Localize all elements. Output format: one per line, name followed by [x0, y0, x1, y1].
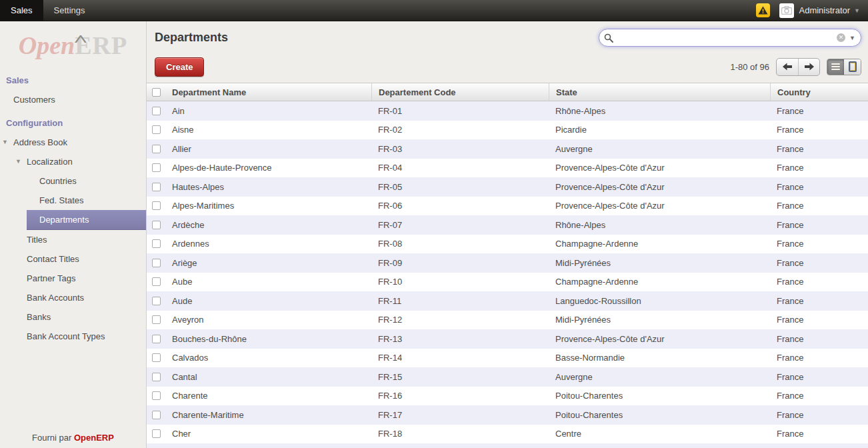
- table-row[interactable]: AinFR-01Rhône-AlpesFrance: [147, 101, 868, 121]
- sidebar-item-customers[interactable]: Customers: [0, 90, 146, 109]
- table-row[interactable]: CharenteFR-16Poitou-CharentesFrance: [147, 387, 868, 406]
- cell-code: FR-02: [371, 125, 549, 135]
- tree-expand-caret-icon[interactable]: ▼: [15, 158, 21, 165]
- table-row[interactable]: CalvadosFR-14Basse-NormandieFrance: [147, 349, 868, 368]
- top-menu-settings[interactable]: Settings: [43, 0, 96, 21]
- row-checkbox[interactable]: [152, 163, 161, 172]
- table-row[interactable]: AisneFR-02PicardieFrance: [147, 121, 868, 140]
- sidebar-item-bank-account-types[interactable]: Bank Account Types: [0, 327, 146, 346]
- column-header-name[interactable]: Department Name: [165, 83, 371, 101]
- cell-country: France: [770, 163, 868, 173]
- table-row[interactable]: Bouches-du-RhôneFR-13Provence-Alpes-Côte…: [147, 329, 868, 349]
- row-checkbox[interactable]: [152, 107, 161, 115]
- row-checkbox[interactable]: [152, 315, 161, 324]
- cell-country: France: [770, 429, 868, 439]
- table-row[interactable]: AllierFR-03AuvergneFrance: [147, 139, 868, 159]
- app-layout: ^ OpenERP SalesCustomersConfiguration▼Ad…: [0, 21, 868, 448]
- table-row[interactable]: Hautes-AlpesFR-05Provence-Alpes-Côte d'A…: [147, 177, 868, 197]
- sidebar-item-label: Partner Tags: [27, 273, 75, 283]
- search-box[interactable]: ✕ ▼: [599, 29, 861, 47]
- row-checkbox[interactable]: [152, 411, 161, 419]
- sidebar-item-countries[interactable]: Countries: [0, 171, 146, 191]
- logo-ant-icon: ^: [73, 27, 88, 53]
- cell-state: Provence-Alpes-Côte d'Azur: [549, 163, 770, 173]
- cell-name: Charente: [165, 391, 371, 401]
- row-checkbox[interactable]: [152, 391, 161, 400]
- openerp-brand-link[interactable]: OpenERP: [74, 433, 114, 443]
- cell-name: Calvados: [165, 353, 371, 363]
- sidebar-item-banks[interactable]: Banks: [0, 307, 146, 327]
- table-row[interactable]: CantalFR-15AuvergneFrance: [147, 367, 868, 387]
- pager-previous-button[interactable]: [777, 59, 798, 75]
- row-checkbox-cell: [147, 425, 165, 444]
- table-row[interactable]: ArdennesFR-08Champagne-ArdenneFrance: [147, 235, 868, 254]
- row-checkbox[interactable]: [152, 145, 161, 153]
- row-checkbox[interactable]: [152, 221, 161, 229]
- row-checkbox-cell: [147, 215, 165, 235]
- cell-country: France: [770, 144, 868, 154]
- column-header-state[interactable]: State: [549, 83, 770, 101]
- cell-code: FR-08: [371, 239, 549, 249]
- create-button[interactable]: Create: [155, 57, 204, 77]
- cell-state: Midi-Pyrénées: [549, 315, 770, 325]
- sidebar-item-label: Contact Titles: [27, 254, 79, 264]
- sidebar-item-contact-titles[interactable]: Contact Titles: [0, 249, 146, 269]
- row-checkbox[interactable]: [152, 429, 161, 438]
- pager-next-button[interactable]: [798, 59, 819, 75]
- row-checkbox[interactable]: [152, 373, 161, 381]
- row-checkbox[interactable]: [152, 125, 161, 134]
- form-view-button[interactable]: [844, 59, 861, 75]
- table-row[interactable]: Alpes-MaritimesFR-06Provence-Alpes-Côte …: [147, 197, 868, 216]
- cell-country: France: [770, 106, 868, 116]
- search-input[interactable]: [616, 31, 837, 45]
- table-row[interactable]: CherFR-18CentreFrance: [147, 425, 868, 444]
- sidebar-item-localization[interactable]: ▼Localization: [0, 152, 146, 171]
- row-checkbox-cell: [147, 121, 165, 140]
- row-checkbox[interactable]: [152, 183, 161, 191]
- column-header-country[interactable]: Country: [770, 83, 868, 101]
- column-header-code[interactable]: Departement Code: [371, 83, 549, 101]
- sidebar-item-fed-states[interactable]: Fed. States: [0, 191, 146, 210]
- row-checkbox[interactable]: [152, 335, 161, 343]
- warning-triangle-icon: [758, 6, 768, 15]
- sidebar-item-titles[interactable]: Titles: [0, 230, 146, 249]
- tree-expand-caret-icon[interactable]: ▼: [2, 139, 8, 145]
- warning-button[interactable]: [756, 3, 770, 17]
- sidebar-item-departments[interactable]: Departments: [27, 210, 146, 230]
- clear-search-icon[interactable]: ✕: [837, 33, 845, 42]
- arrow-right-icon: [804, 63, 815, 71]
- list-view-button[interactable]: [827, 59, 844, 75]
- sidebar-item-partner-tags[interactable]: Partner Tags: [0, 269, 146, 288]
- cell-state: Auvergne: [549, 144, 770, 154]
- table-row[interactable]: AudeFR-11Languedoc-RoussillonFrance: [147, 291, 868, 311]
- cell-code: FR-10: [371, 277, 549, 287]
- row-checkbox-cell: [147, 197, 165, 216]
- row-checkbox[interactable]: [152, 259, 161, 267]
- user-avatar[interactable]: [779, 3, 794, 18]
- top-menu-sales[interactable]: Sales: [0, 0, 43, 21]
- table-row[interactable]: AubeFR-10Champagne-ArdenneFrance: [147, 273, 868, 292]
- select-all-checkbox[interactable]: [152, 88, 161, 97]
- table-row[interactable]: AriègeFR-09Midi-PyrénéesFrance: [147, 253, 868, 273]
- sidebar-item-address-book[interactable]: ▼Address Book: [0, 133, 146, 152]
- user-menu[interactable]: Administrator: [799, 5, 851, 15]
- openerp-logo: ^ OpenERP: [19, 32, 127, 59]
- cell-name: Aube: [165, 277, 371, 287]
- row-checkbox[interactable]: [152, 277, 161, 286]
- cell-state: Poitou-Charentes: [549, 410, 770, 420]
- cell-country: France: [770, 296, 868, 306]
- cell-state: Champagne-Ardenne: [549, 277, 770, 287]
- chevron-down-icon[interactable]: ▼: [854, 7, 860, 14]
- table-row[interactable]: Alpes-de-Haute-ProvenceFR-04Provence-Alp…: [147, 159, 868, 178]
- row-checkbox[interactable]: [152, 239, 161, 248]
- table-row[interactable]: ArdècheFR-07Rhône-AlpesFrance: [147, 215, 868, 235]
- search-options-caret-icon[interactable]: ▼: [849, 35, 855, 41]
- table-row[interactable]: Charente-MaritimeFR-17Poitou-CharentesFr…: [147, 405, 868, 425]
- row-checkbox[interactable]: [152, 201, 161, 210]
- sidebar-nav: SalesCustomersConfiguration▼Address Book…: [0, 67, 146, 346]
- cell-state: Auvergne: [549, 372, 770, 382]
- table-row[interactable]: AveyronFR-12Midi-PyrénéesFrance: [147, 311, 868, 330]
- row-checkbox[interactable]: [152, 297, 161, 305]
- row-checkbox[interactable]: [152, 353, 161, 362]
- sidebar-item-bank-accounts[interactable]: Bank Accounts: [0, 288, 146, 307]
